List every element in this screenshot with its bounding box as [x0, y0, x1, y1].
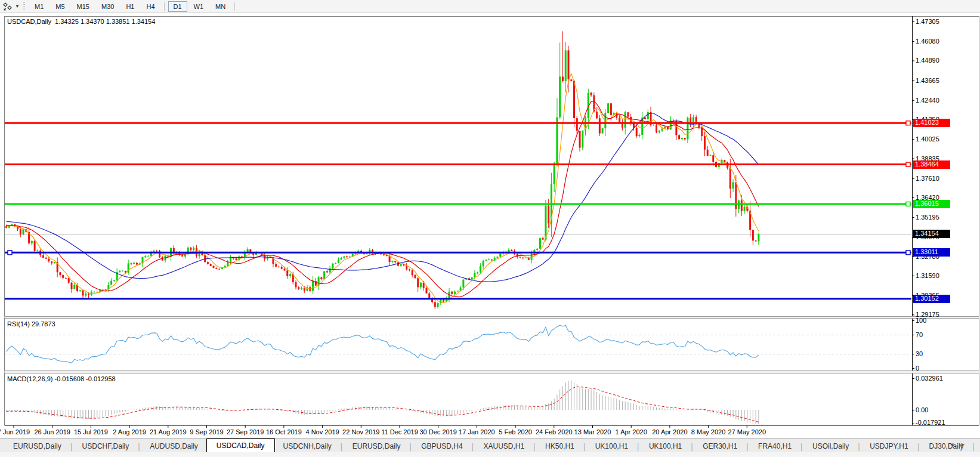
tab-fra40-h1[interactable]: FRA40,H1 — [750, 440, 800, 453]
candle — [417, 278, 419, 287]
candle — [625, 112, 626, 128]
candle — [70, 283, 72, 289]
toolbar-grip — [23, 2, 25, 11]
candle — [491, 260, 493, 261]
candle — [320, 277, 322, 279]
chart-canvas[interactable] — [0, 13, 980, 437]
candle — [542, 238, 544, 239]
candle — [457, 291, 459, 291]
candle — [130, 263, 132, 264]
line-studies-icon[interactable] — [2, 1, 14, 12]
candle — [525, 258, 527, 258]
date-label: 21 Aug 2019 — [150, 428, 187, 436]
tab-hk50-h1[interactable]: HK50,H1 — [537, 440, 583, 453]
tab-scroll-arrows[interactable]: ◄► — [949, 441, 972, 447]
candle — [471, 277, 473, 280]
candle — [420, 283, 422, 288]
tab-usdchf-daily[interactable]: USDCHF,Daily — [74, 440, 138, 453]
date-label: 17 Jan 2020 — [459, 428, 495, 436]
tab-eurusd-daily[interactable]: EURUSD,Daily — [5, 440, 70, 453]
timeframe-button-mn[interactable]: MN — [210, 1, 231, 12]
timeframe-button-m1[interactable]: M1 — [29, 1, 49, 12]
candle — [409, 270, 410, 271]
timeframe-button-m5[interactable]: M5 — [50, 1, 70, 12]
tab-xauusd-h1[interactable]: XAUUSD,H1 — [475, 440, 533, 453]
candle — [82, 290, 84, 295]
candle — [94, 292, 95, 292]
candle — [207, 262, 209, 264]
rsi-tick-label: 70 — [916, 331, 923, 338]
timeframe-button-d1[interactable]: D1 — [168, 1, 187, 12]
candle — [215, 268, 217, 269]
date-label: 22 Nov 2019 — [342, 428, 379, 436]
tab-ger30-h1[interactable]: GER30,H1 — [694, 440, 746, 453]
moving-average-34 — [7, 113, 759, 282]
candle — [224, 266, 226, 267]
date-label: 8 May 2020 — [691, 428, 725, 436]
chart-window[interactable]: USDCAD,Daily 1.34325 1.34370 1.33851 1.3… — [0, 13, 980, 437]
candle — [312, 281, 314, 291]
dropdown-caret-icon[interactable]: ▼ — [14, 4, 21, 9]
candle — [567, 50, 569, 79]
candle — [326, 271, 328, 273]
date-label: 26 Jun 2019 — [34, 428, 70, 436]
candle — [113, 280, 115, 281]
chart-title: USDCAD,Daily 1.34325 1.34370 1.33851 1.3… — [7, 18, 155, 25]
candle — [627, 112, 629, 117]
candle — [480, 266, 481, 272]
tab-audusd-daily[interactable]: AUDUSD,Daily — [141, 440, 206, 453]
candle — [511, 250, 512, 251]
price-tick-label: 1.43665 — [916, 77, 939, 84]
timeframe-button-h1[interactable]: H1 — [120, 1, 140, 12]
tab-uk100-h1[interactable]: UK100,H1 — [641, 440, 690, 453]
tab-eurusd-daily[interactable]: EURUSD,Daily — [344, 440, 409, 453]
candle — [298, 287, 299, 289]
candle — [389, 256, 391, 262]
candle — [661, 129, 663, 131]
timeframe-button-m15[interactable]: M15 — [72, 1, 95, 12]
tab-scroll-left-icon[interactable]: ◄ — [949, 441, 960, 447]
timeframe-button-w1[interactable]: W1 — [188, 1, 209, 12]
candle — [42, 255, 44, 258]
candle — [54, 262, 55, 263]
moving-average-5 — [7, 74, 759, 303]
tab-scroll-right-icon[interactable]: ► — [960, 441, 972, 447]
timeframe-button-h4[interactable]: H4 — [141, 1, 160, 12]
chart-tab-bar: EURUSD,Daily│USDCHF,Daily│AUDUSD,DailyUS… — [0, 438, 980, 453]
candle — [548, 206, 549, 224]
tab-usdjpy-h1[interactable]: USDJPY,H1 — [861, 440, 916, 453]
candle — [295, 282, 297, 287]
candle — [462, 280, 464, 288]
candle — [412, 270, 413, 275]
candle — [278, 267, 280, 267]
candle — [522, 258, 524, 258]
price-tick-label: 1.47305 — [916, 18, 939, 25]
date-label: 27 May 2020 — [728, 428, 766, 436]
price-tick-label: 1.35195 — [916, 214, 939, 221]
candle — [579, 131, 581, 148]
candle — [210, 264, 212, 265]
candle — [62, 275, 64, 278]
candle — [133, 263, 135, 264]
tab-usdcnh-daily[interactable]: USDCNH,Daily — [275, 440, 340, 453]
candle — [119, 271, 120, 272]
date-label: 11 Dec 2019 — [381, 428, 418, 436]
rsi-label: RSI(14) 29.7873 — [7, 320, 55, 328]
line-handle — [906, 251, 910, 255]
tab-usoil-daily[interactable]: USOil,Daily — [804, 440, 857, 453]
tab-usdcad-daily[interactable]: USDCAD,Daily — [206, 439, 275, 453]
candle — [122, 271, 123, 271]
candle — [659, 131, 660, 132]
candle — [34, 241, 36, 251]
candle — [147, 256, 149, 257]
candle — [68, 278, 70, 283]
candle — [554, 163, 555, 184]
candle — [752, 230, 754, 240]
candle — [644, 118, 646, 119]
tab-separator: │ — [972, 441, 976, 453]
line-handle — [906, 162, 910, 166]
tab-gbpusd-h4[interactable]: GBPUSD,H4 — [413, 440, 471, 453]
timeframe-button-m30[interactable]: M30 — [96, 1, 119, 12]
macd-signal-line — [7, 387, 759, 422]
tab-uk100-h1[interactable]: UK100,H1 — [587, 440, 636, 453]
